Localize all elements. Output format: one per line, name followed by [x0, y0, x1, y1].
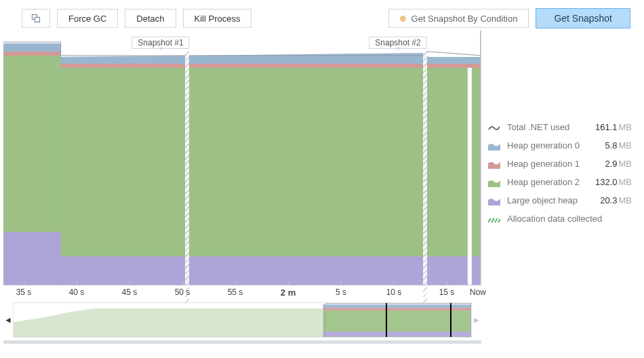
area-swatch-gen0-icon [488, 141, 500, 151]
overview-svg [14, 303, 471, 337]
overview-scroll-left[interactable]: ◄ [3, 302, 13, 338]
svg-rect-1 [35, 18, 40, 22]
svg-rect-3 [61, 68, 468, 256]
detach-button[interactable]: Detach [125, 9, 176, 28]
svg-line-16 [498, 218, 500, 222]
kill-process-button[interactable]: Kill Process [183, 9, 252, 28]
legend-total[interactable]: Total .NET used 161.1MB [488, 122, 632, 132]
tick-55s: 55 s [228, 287, 243, 297]
overview-snapshot-1-line [386, 303, 387, 337]
legend-alloc[interactable]: Allocation data collected [488, 214, 632, 224]
overview-scroll-right[interactable]: ► [472, 302, 481, 338]
svg-rect-4 [3, 232, 61, 285]
tick-15s: 15 s [439, 287, 455, 297]
tick-10s: 10 s [386, 287, 402, 297]
area-swatch-gen2-icon [488, 178, 500, 187]
legend-loh-value: 20.3MB [600, 195, 632, 205]
legend-gen1[interactable]: Heap generation 1 2.9MB [488, 159, 632, 169]
snapshot-by-condition-label: Get Snapshot By Condition [411, 14, 518, 24]
svg-line-13 [488, 218, 491, 222]
svg-rect-10 [323, 332, 471, 337]
tick-50s: 50 s [175, 287, 190, 297]
legend-gen2-label: Heap generation 2 [507, 177, 588, 187]
legend-total-label: Total .NET used [507, 122, 588, 132]
svg-rect-2 [3, 56, 61, 237]
legend-total-value: 161.1MB [595, 122, 632, 132]
get-snapshot-button[interactable]: Get Snapshot [536, 8, 630, 28]
tick-now: Now [470, 287, 486, 297]
svg-line-14 [491, 218, 494, 222]
memory-chart[interactable]: Snapshot #1 Snapshot #2 [3, 34, 481, 285]
legend-gen0-label: Heap generation 0 [507, 140, 598, 151]
snapshot-by-condition-button[interactable]: Get Snapshot By Condition [388, 9, 529, 28]
legend-gen1-label: Heap generation 1 [507, 159, 598, 169]
legend-gen0[interactable]: Heap generation 0 5.8MB [488, 140, 632, 151]
chart-column: Snapshot #1 Snapshot #2 35 s 40 s 45 s 5… [0, 34, 481, 319]
overview-scrollbar[interactable] [3, 340, 481, 344]
toolbar: Force GC Detach Kill Process Get Snapsho… [0, 0, 644, 34]
overview-strip: ◄ ► [3, 302, 481, 338]
tick-5s: 5 s [336, 287, 346, 297]
legend-gen2[interactable]: Heap generation 2 132.0MB [488, 177, 632, 187]
snapshot-2-flag[interactable]: Snapshot #2 [369, 37, 426, 49]
overview-chart[interactable] [13, 302, 472, 338]
svg-rect-6 [468, 34, 472, 285]
now-line [480, 31, 481, 285]
svg-rect-5 [61, 256, 468, 285]
tick-35s: 35 s [16, 287, 32, 297]
main: Snapshot #1 Snapshot #2 35 s 40 s 45 s 5… [0, 34, 644, 319]
legend-loh-label: Large object heap [507, 195, 593, 205]
legend: Total .NET used 161.1MB Heap generation … [481, 34, 644, 319]
time-axis: 35 s 40 s 45 s 50 s 55 s 2 m 5 s 10 s 15… [3, 285, 481, 302]
svg-rect-12 [323, 304, 471, 308]
legend-gen1-value: 2.9MB [605, 159, 632, 169]
tick-2m: 2 m [281, 287, 296, 298]
legend-gen0-value: 5.8MB [605, 140, 632, 151]
pin-icon [31, 14, 41, 23]
line-swatch-icon [488, 123, 500, 132]
hatch-swatch-icon [488, 214, 500, 224]
area-swatch-loh-icon [488, 196, 500, 205]
svg-line-15 [495, 218, 498, 222]
tick-40s: 40 s [69, 287, 85, 297]
legend-loh[interactable]: Large object heap 20.3MB [488, 195, 632, 205]
force-gc-button[interactable]: Force GC [57, 9, 118, 28]
legend-gen2-value: 132.0MB [595, 177, 632, 187]
chart-svg [3, 34, 481, 285]
snapshot-1-flag[interactable]: Snapshot #1 [132, 37, 189, 49]
tick-45s: 45 s [122, 287, 138, 297]
condition-dot-icon [400, 16, 406, 22]
overview-scroll-thumb[interactable] [3, 340, 481, 344]
overview-snapshot-2-line [450, 303, 451, 337]
legend-alloc-label: Allocation data collected [507, 214, 632, 224]
area-swatch-gen1-icon [488, 159, 500, 169]
pin-button[interactable] [22, 9, 50, 28]
